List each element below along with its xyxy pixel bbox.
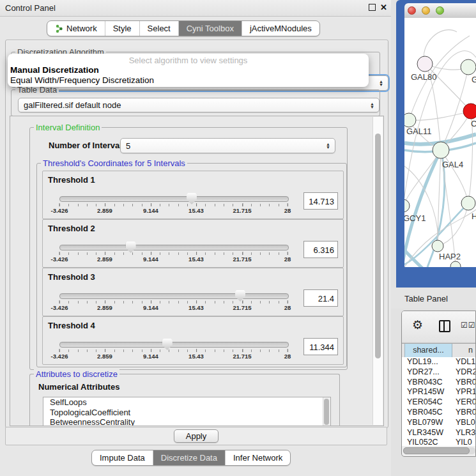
network-node-bottom[interactable] bbox=[450, 261, 461, 267]
table-row[interactable]: YIL052CYIL0 bbox=[402, 438, 475, 446]
list-item[interactable]: BetweennessCentrality bbox=[43, 417, 330, 426]
network-tab-icon bbox=[55, 24, 63, 33]
table-toolbar: ⚙ ☑☑ bbox=[402, 311, 475, 343]
table-data-select[interactable]: galFiltered.sif default node ▲▼ bbox=[18, 98, 380, 112]
list-item[interactable]: TopologicalCoefficient bbox=[43, 408, 330, 418]
network-view-window: GAL80 G C GAL11 GAL4 GCY1 H HAP2 bbox=[396, 0, 476, 288]
apply-button[interactable]: Apply bbox=[174, 429, 219, 443]
column-header-shared-name[interactable]: shared... bbox=[404, 344, 452, 357]
threshold-3-slider-thumb[interactable] bbox=[235, 290, 245, 302]
threshold-2-panel: Threshold 2 -3.426 2.859 9.144 15.43 21.… bbox=[42, 219, 344, 268]
option-equal-width-frequency[interactable]: Equal Width/Frequency Discretization bbox=[8, 75, 369, 86]
list-item[interactable]: SelfLoops bbox=[43, 397, 330, 408]
float-window-icon[interactable] bbox=[369, 4, 376, 11]
tab-select[interactable]: Select bbox=[139, 21, 178, 36]
table-panel-header: Table Panel bbox=[391, 288, 476, 309]
network-node-gcy1[interactable] bbox=[404, 199, 410, 212]
network-canvas[interactable]: GAL80 G C GAL11 GAL4 GCY1 H HAP2 bbox=[404, 18, 476, 267]
minimize-traffic-light-icon[interactable] bbox=[422, 6, 430, 15]
control-panel-tabbar: Network Style Select Cyni Toolbox jActiv… bbox=[47, 20, 320, 36]
threshold-1-label: Threshold 1 bbox=[48, 175, 95, 185]
node-label-gal4: GAL4 bbox=[442, 160, 463, 169]
thresholds-group: Threshold's Coordinates for 5 Intervals … bbox=[36, 163, 347, 367]
threshold-2-value[interactable]: 6.316 bbox=[303, 241, 338, 258]
option-manual-discretization[interactable]: Manual Discretization bbox=[8, 65, 369, 75]
threshold-2-label: Threshold 2 bbox=[48, 224, 95, 233]
slider-ticks bbox=[59, 349, 288, 352]
threshold-2-slider[interactable] bbox=[59, 245, 289, 250]
column-header-name[interactable]: n bbox=[453, 344, 475, 357]
table-row[interactable]: YPR145WYPR1 bbox=[402, 387, 475, 397]
tab-style[interactable]: Style bbox=[105, 21, 139, 36]
threshold-4-slider-thumb[interactable] bbox=[162, 339, 173, 350]
network-window-titlebar[interactable] bbox=[404, 3, 476, 19]
tab-impute-data[interactable]: Impute Data bbox=[92, 450, 153, 465]
network-node-red[interactable] bbox=[463, 104, 476, 119]
tab-jactivemnodules[interactable]: jActiveMNodules bbox=[242, 21, 319, 36]
threshold-1-value[interactable]: 14.713 bbox=[303, 192, 338, 210]
numerical-attributes-list[interactable]: SelfLoops TopologicalCoefficient Between… bbox=[43, 397, 331, 426]
table-row[interactable]: YDR27...YDR2 bbox=[402, 367, 475, 378]
select-columns-icons[interactable]: ☑☑ bbox=[461, 321, 476, 330]
slider-ticks bbox=[59, 204, 288, 206]
threshold-3-panel: Threshold 3 -3.426 2.859 9.144 15.43 21.… bbox=[42, 268, 344, 316]
interval-definition-title: Interval Definition bbox=[34, 123, 102, 132]
zoom-traffic-light-icon[interactable] bbox=[436, 6, 444, 15]
network-svg: GAL80 G C GAL11 GAL4 GCY1 H HAP2 bbox=[404, 18, 476, 267]
network-node-gal80[interactable] bbox=[417, 56, 433, 72]
slider-ticks bbox=[59, 301, 288, 303]
stepper-icon: ▲▼ bbox=[379, 80, 383, 86]
numerical-attributes-label: Numerical Attributes bbox=[38, 382, 119, 392]
table-rows: YDL19...YDL1 YDR27...YDR2 YBR043CYBR0 YP… bbox=[402, 357, 475, 446]
table-row[interactable]: YBR045CYBR0 bbox=[402, 408, 475, 418]
network-node-gal11[interactable] bbox=[404, 113, 416, 127]
table-horizontal-scrollbar[interactable] bbox=[403, 447, 475, 454]
table-data-group: Table Data galFiltered.sif default node … bbox=[11, 89, 380, 116]
threshold-3-value[interactable]: 21.4 bbox=[303, 289, 338, 307]
screen: Control Panel ✕ Network Style Select Cyn bbox=[0, 0, 476, 476]
gear-icon[interactable]: ⚙ bbox=[412, 318, 423, 332]
table-row[interactable]: YDL19...YDL1 bbox=[402, 357, 475, 367]
threshold-4-panel: Threshold 4 -3.426 2.859 9.144 15.43 21.… bbox=[42, 316, 344, 365]
algorithm-dropdown-popup: Select algorithm to view settings Manual… bbox=[8, 54, 369, 87]
table-row[interactable]: YLR345WYLR3 bbox=[402, 428, 475, 438]
threshold-1-slider-thumb[interactable] bbox=[187, 193, 197, 204]
network-node-g[interactable] bbox=[461, 59, 476, 75]
attributes-group-title: Attributes to discretize bbox=[34, 369, 119, 379]
settings-viewport: Interval Definition Number of Intervals … bbox=[10, 116, 384, 426]
slider-ticks bbox=[59, 252, 288, 255]
table-row[interactable]: YBR043CYBR0 bbox=[402, 378, 475, 388]
tab-discretize-data[interactable]: Discretize Data bbox=[153, 450, 225, 465]
attributes-scrollbar[interactable] bbox=[323, 397, 330, 426]
tab-infer-network[interactable]: Infer Network bbox=[225, 450, 290, 465]
threshold-1-slider[interactable] bbox=[59, 196, 289, 202]
threshold-3-slider[interactable] bbox=[59, 293, 289, 299]
tab-network[interactable]: Network bbox=[47, 21, 105, 36]
tab-cyni-toolbox[interactable]: Cyni Toolbox bbox=[178, 21, 242, 36]
window-title: Control Panel bbox=[5, 3, 56, 13]
control-panel-titlebar: Control Panel ✕ bbox=[0, 0, 391, 17]
number-of-intervals-select[interactable]: 5 ▲▼ bbox=[120, 138, 335, 153]
node-label-h: H bbox=[472, 211, 476, 221]
close-traffic-light-icon[interactable] bbox=[408, 6, 416, 15]
node-label-gal80: GAL80 bbox=[411, 72, 436, 82]
node-label-g: G bbox=[472, 75, 476, 84]
threshold-4-slider[interactable] bbox=[59, 342, 289, 348]
table-row[interactable]: YBL079WYBL0 bbox=[402, 418, 475, 428]
stepper-icon: ▲▼ bbox=[370, 102, 374, 109]
threshold-2-slider-thumb[interactable] bbox=[126, 242, 136, 253]
right-region: GAL80 G C GAL11 GAL4 GCY1 H HAP2 Table P… bbox=[391, 0, 476, 476]
node-label-gal11: GAL11 bbox=[406, 127, 432, 136]
network-node-gal4[interactable] bbox=[433, 142, 449, 158]
network-node-h[interactable] bbox=[461, 196, 475, 210]
network-node-hap2[interactable] bbox=[432, 240, 443, 252]
table-row[interactable]: YER054CYER0 bbox=[402, 397, 475, 408]
node-label-hap2: HAP2 bbox=[439, 252, 461, 261]
node-label-gcy1: GCY1 bbox=[404, 213, 426, 223]
table-panel-window: ⚙ ☑☑ shared... n YDL19...YDL1 YDR27...YD… bbox=[401, 311, 476, 457]
settings-scrollbar[interactable] bbox=[372, 117, 383, 425]
threshold-4-value[interactable]: 11.344 bbox=[303, 338, 338, 355]
columns-icon[interactable] bbox=[439, 320, 450, 332]
node-label-c: C bbox=[471, 119, 476, 128]
close-icon[interactable]: ✕ bbox=[380, 3, 387, 12]
